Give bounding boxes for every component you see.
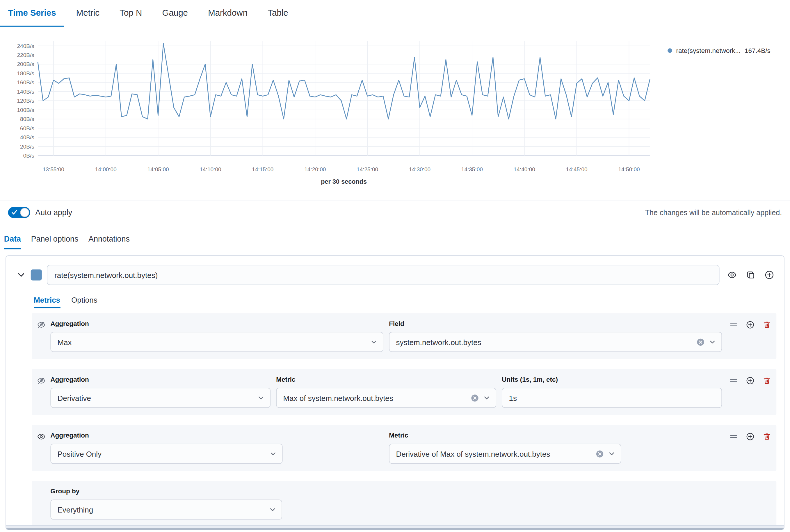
tsvb-editor: Time Series Metric Top N Gauge Markdown … — [0, 0, 790, 532]
tab-panel-options[interactable]: Panel options — [31, 230, 78, 249]
svg-text:120B/s: 120B/s — [17, 98, 34, 104]
svg-text:80B/s: 80B/s — [20, 116, 34, 122]
group-by-row: Group by Everything — [32, 481, 776, 527]
legend-series-value: 167.4B/s — [745, 47, 771, 54]
editor-tabs: Data Panel options Annotations — [0, 230, 790, 249]
viz-type-tabs: Time Series Metric Top N Gauge Markdown … — [0, 0, 790, 27]
eye-slash-icon[interactable] — [37, 321, 45, 329]
series-header — [6, 265, 784, 285]
svg-text:240B/s: 240B/s — [17, 43, 34, 49]
legend-series-label: rate(system.network... — [676, 47, 740, 54]
combobox-value: Derivative of Max of system.network.out.… — [396, 450, 591, 458]
next-section-divider — [6, 525, 784, 530]
add-metric-icon[interactable] — [746, 321, 754, 329]
clear-selection-icon[interactable] — [696, 338, 705, 346]
field-label: Units (1s, 1m, etc) — [502, 376, 722, 384]
aggregation-column: Aggregation Max — [50, 320, 383, 352]
add-metric-icon[interactable] — [746, 377, 754, 385]
group-by-label: Group by — [50, 488, 771, 496]
clone-series-icon[interactable] — [746, 270, 755, 279]
add-series-icon[interactable] — [765, 270, 774, 279]
delete-metric-icon[interactable] — [763, 377, 771, 385]
tab-options[interactable]: Options — [71, 292, 97, 308]
tab-metric[interactable]: Metric — [68, 0, 108, 27]
units-column: Units (1s, 1m, etc) 1s — [502, 376, 722, 408]
series-tabs: Metrics Options — [34, 292, 784, 308]
metric-combobox[interactable]: Max of system.network.out.bytes — [276, 388, 496, 408]
svg-text:14:30:00: 14:30:00 — [409, 166, 430, 172]
legend-series-dot — [667, 48, 672, 53]
aggregation-column: Aggregation Positive Only — [50, 432, 383, 464]
field-label: Aggregation — [50, 320, 383, 328]
metric-row-actions — [728, 376, 771, 408]
drag-handle-icon[interactable] — [730, 321, 738, 329]
eye-icon[interactable] — [37, 433, 45, 441]
field-label: Field — [389, 320, 722, 328]
add-metric-icon[interactable] — [746, 433, 754, 441]
input-value: 1s — [509, 394, 716, 402]
aggregation-select[interactable]: Derivative — [50, 388, 271, 408]
aggregation-select[interactable]: Max — [50, 332, 383, 352]
tab-time-series[interactable]: Time Series — [0, 0, 64, 27]
auto-apply-bar: Auto apply The changes will be automatic… — [0, 200, 790, 224]
metric-column: Metric Max of system.network.out.bytes — [276, 376, 496, 408]
svg-text:13:55:00: 13:55:00 — [43, 166, 64, 172]
clear-selection-icon[interactable] — [595, 450, 604, 458]
series-color-swatch[interactable] — [31, 269, 42, 281]
svg-text:220B/s: 220B/s — [17, 52, 34, 58]
drag-handle-icon[interactable] — [730, 433, 738, 441]
aggregation-select[interactable]: Positive Only — [50, 444, 283, 464]
svg-text:14:45:00: 14:45:00 — [566, 166, 588, 172]
group-by-select[interactable]: Everything — [50, 499, 282, 519]
combobox-value: Max of system.network.out.bytes — [283, 394, 466, 402]
units-input[interactable]: 1s — [502, 388, 722, 408]
tab-markdown[interactable]: Markdown — [200, 0, 255, 27]
drag-handle-icon[interactable] — [730, 377, 738, 385]
eye-icon[interactable] — [728, 270, 736, 279]
svg-text:14:35:00: 14:35:00 — [461, 166, 483, 172]
clear-selection-icon[interactable] — [471, 394, 479, 402]
auto-apply-label: Auto apply — [35, 208, 72, 217]
chart-legend-item[interactable]: rate(system.network... 167.4B/s — [667, 47, 771, 54]
tab-table[interactable]: Table — [260, 0, 296, 27]
svg-text:40B/s: 40B/s — [20, 134, 34, 140]
svg-text:100B/s: 100B/s — [17, 107, 34, 113]
auto-apply-toggle[interactable] — [8, 207, 30, 218]
combobox-value: system.network.out.bytes — [396, 338, 692, 346]
series-header-actions — [728, 270, 774, 279]
eye-slash-icon[interactable] — [37, 377, 45, 385]
chevron-down-icon — [370, 338, 377, 345]
svg-text:180B/s: 180B/s — [17, 70, 34, 76]
check-icon — [12, 210, 17, 214]
metric-row: Aggregation Max Field system.network.out… — [32, 313, 776, 359]
tab-gauge[interactable]: Gauge — [154, 0, 196, 27]
metric-row: Aggregation Positive Only Metric Derivat… — [32, 425, 776, 471]
svg-text:14:50:00: 14:50:00 — [618, 166, 640, 172]
field-column: Field system.network.out.bytes — [389, 320, 722, 352]
metric-combobox[interactable]: Derivative of Max of system.network.out.… — [389, 444, 621, 464]
series-panel: Metrics Options Aggregation Max Field sy… — [5, 255, 785, 530]
svg-text:14:25:00: 14:25:00 — [356, 166, 378, 172]
metric-row-actions — [728, 320, 771, 352]
select-value: Everything — [57, 505, 265, 514]
svg-text:140B/s: 140B/s — [17, 89, 34, 95]
chevron-down-icon[interactable] — [17, 271, 25, 279]
series-label-input[interactable] — [47, 265, 719, 285]
chevron-down-icon — [269, 506, 276, 513]
aggregation-column: Aggregation Derivative — [50, 376, 271, 408]
delete-metric-icon[interactable] — [763, 321, 771, 329]
timeseries-chart: 0B/s20B/s40B/s60B/s80B/s100B/s120B/s140B… — [0, 27, 655, 178]
svg-text:160B/s: 160B/s — [17, 79, 34, 86]
delete-metric-icon[interactable] — [763, 433, 771, 441]
tab-data[interactable]: Data — [4, 230, 21, 249]
chevron-down-icon — [257, 394, 264, 401]
tab-annotations[interactable]: Annotations — [88, 230, 130, 249]
field-combobox[interactable]: system.network.out.bytes — [389, 332, 722, 352]
svg-text:0B/s: 0B/s — [23, 153, 34, 159]
select-value: Derivative — [57, 394, 253, 402]
field-label: Aggregation — [50, 376, 271, 384]
tab-top-n[interactable]: Top N — [112, 0, 150, 27]
chevron-down-icon — [608, 450, 615, 457]
auto-apply-hint: The changes will be automatically applie… — [645, 208, 782, 216]
tab-metrics[interactable]: Metrics — [34, 292, 60, 308]
